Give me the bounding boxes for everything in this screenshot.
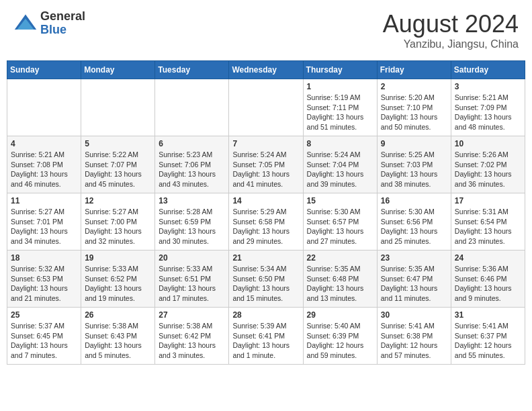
day-info: Sunrise: 5:39 AM Sunset: 6:41 PM Dayligh… (232, 321, 299, 361)
day-number: 31 (455, 310, 521, 320)
title-section: August 2024 Yanzibu, Jiangsu, China (383, 10, 519, 50)
calendar-cell: 26Sunrise: 5:38 AM Sunset: 6:43 PM Dayli… (81, 308, 155, 365)
day-number: 16 (381, 196, 447, 205)
day-number: 1 (307, 82, 373, 91)
day-info: Sunrise: 5:23 AM Sunset: 7:06 PM Dayligh… (159, 150, 225, 189)
calendar-week-row: 11Sunrise: 5:27 AM Sunset: 7:01 PM Dayli… (7, 193, 525, 250)
day-info: Sunrise: 5:32 AM Sunset: 6:53 PM Dayligh… (11, 264, 77, 304)
logo-general: General (40, 10, 85, 24)
day-info: Sunrise: 5:41 AM Sunset: 6:38 PM Dayligh… (381, 321, 447, 361)
day-info: Sunrise: 5:37 AM Sunset: 6:45 PM Dayligh… (11, 321, 77, 361)
weekday-header-row: SundayMondayTuesdayWednesdayThursdayFrid… (7, 61, 525, 79)
weekday-header-saturday: Saturday (451, 61, 525, 79)
day-number: 27 (159, 310, 225, 320)
day-info: Sunrise: 5:35 AM Sunset: 6:47 PM Dayligh… (381, 264, 447, 304)
calendar-cell: 6Sunrise: 5:23 AM Sunset: 7:06 PM Daylig… (155, 136, 229, 193)
day-info: Sunrise: 5:21 AM Sunset: 7:09 PM Dayligh… (455, 93, 521, 132)
day-info: Sunrise: 5:21 AM Sunset: 7:08 PM Dayligh… (11, 150, 77, 189)
day-info: Sunrise: 5:27 AM Sunset: 7:01 PM Dayligh… (11, 207, 77, 246)
day-info: Sunrise: 5:35 AM Sunset: 6:48 PM Dayligh… (307, 264, 373, 304)
weekday-header-monday: Monday (81, 61, 155, 79)
calendar-cell: 2Sunrise: 5:20 AM Sunset: 7:10 PM Daylig… (377, 79, 451, 136)
calendar-week-row: 25Sunrise: 5:37 AM Sunset: 6:45 PM Dayli… (7, 308, 525, 365)
calendar: SundayMondayTuesdayWednesdayThursdayFrid… (7, 60, 525, 365)
day-info: Sunrise: 5:30 AM Sunset: 6:56 PM Dayligh… (381, 207, 447, 246)
day-number: 7 (232, 139, 299, 148)
day-number: 22 (307, 253, 373, 263)
weekday-header-tuesday: Tuesday (155, 61, 229, 79)
day-info: Sunrise: 5:24 AM Sunset: 7:04 PM Dayligh… (307, 150, 373, 189)
day-number: 13 (159, 196, 225, 205)
calendar-cell: 10Sunrise: 5:26 AM Sunset: 7:02 PM Dayli… (451, 136, 525, 193)
day-info: Sunrise: 5:36 AM Sunset: 6:46 PM Dayligh… (455, 264, 521, 304)
day-info: Sunrise: 5:33 AM Sunset: 6:51 PM Dayligh… (159, 264, 225, 304)
weekday-header-sunday: Sunday (7, 61, 81, 79)
day-number: 26 (85, 310, 151, 320)
day-number: 19 (85, 253, 151, 263)
calendar-cell: 13Sunrise: 5:28 AM Sunset: 6:59 PM Dayli… (155, 193, 229, 250)
calendar-cell: 11Sunrise: 5:27 AM Sunset: 7:01 PM Dayli… (7, 193, 81, 250)
calendar-cell: 21Sunrise: 5:34 AM Sunset: 6:50 PM Dayli… (229, 250, 303, 308)
logo-icon (13, 11, 38, 36)
calendar-cell: 22Sunrise: 5:35 AM Sunset: 6:48 PM Dayli… (303, 250, 377, 308)
calendar-cell: 16Sunrise: 5:30 AM Sunset: 6:56 PM Dayli… (377, 193, 451, 250)
calendar-cell: 25Sunrise: 5:37 AM Sunset: 6:45 PM Dayli… (7, 308, 81, 365)
calendar-cell: 31Sunrise: 5:41 AM Sunset: 6:37 PM Dayli… (451, 308, 525, 365)
day-number: 5 (85, 139, 151, 148)
calendar-cell: 28Sunrise: 5:39 AM Sunset: 6:41 PM Dayli… (229, 308, 303, 365)
calendar-cell: 3Sunrise: 5:21 AM Sunset: 7:09 PM Daylig… (451, 79, 525, 136)
calendar-cell: 9Sunrise: 5:25 AM Sunset: 7:03 PM Daylig… (377, 136, 451, 193)
calendar-cell: 1Sunrise: 5:19 AM Sunset: 7:11 PM Daylig… (303, 79, 377, 136)
day-info: Sunrise: 5:24 AM Sunset: 7:05 PM Dayligh… (232, 150, 299, 189)
logo-blue: Blue (40, 24, 85, 37)
location-title: Yanzibu, Jiangsu, China (383, 38, 519, 50)
calendar-cell (81, 79, 155, 136)
day-info: Sunrise: 5:40 AM Sunset: 6:39 PM Dayligh… (307, 321, 373, 361)
weekday-header-wednesday: Wednesday (229, 61, 303, 79)
day-info: Sunrise: 5:26 AM Sunset: 7:02 PM Dayligh… (455, 150, 521, 189)
day-number: 11 (11, 196, 77, 205)
day-number: 12 (85, 196, 151, 205)
logo-text: General Blue (40, 10, 85, 37)
calendar-cell: 8Sunrise: 5:24 AM Sunset: 7:04 PM Daylig… (303, 136, 377, 193)
day-number: 3 (455, 82, 521, 91)
day-number: 8 (307, 139, 373, 148)
day-number: 28 (232, 310, 299, 320)
weekday-header-friday: Friday (377, 61, 451, 79)
day-number: 6 (159, 139, 225, 148)
day-number: 23 (381, 253, 447, 263)
day-number: 24 (455, 253, 521, 263)
calendar-cell (155, 79, 229, 136)
day-info: Sunrise: 5:22 AM Sunset: 7:07 PM Dayligh… (85, 150, 151, 189)
day-number: 2 (381, 82, 447, 91)
page-header: General Blue August 2024 Yanzibu, Jiangs… (7, 7, 525, 54)
calendar-cell: 17Sunrise: 5:31 AM Sunset: 6:54 PM Dayli… (451, 193, 525, 250)
calendar-cell: 12Sunrise: 5:27 AM Sunset: 7:00 PM Dayli… (81, 193, 155, 250)
calendar-cell: 5Sunrise: 5:22 AM Sunset: 7:07 PM Daylig… (81, 136, 155, 193)
day-number: 10 (455, 139, 521, 148)
logo: General Blue (13, 10, 85, 37)
day-number: 30 (381, 310, 447, 320)
calendar-cell: 23Sunrise: 5:35 AM Sunset: 6:47 PM Dayli… (377, 250, 451, 308)
day-info: Sunrise: 5:27 AM Sunset: 7:00 PM Dayligh… (85, 207, 151, 246)
day-number: 17 (455, 196, 521, 205)
calendar-cell: 24Sunrise: 5:36 AM Sunset: 6:46 PM Dayli… (451, 250, 525, 308)
day-info: Sunrise: 5:38 AM Sunset: 6:42 PM Dayligh… (159, 321, 225, 361)
calendar-cell (229, 79, 303, 136)
calendar-cell: 19Sunrise: 5:33 AM Sunset: 6:52 PM Dayli… (81, 250, 155, 308)
calendar-cell: 15Sunrise: 5:30 AM Sunset: 6:57 PM Dayli… (303, 193, 377, 250)
day-info: Sunrise: 5:33 AM Sunset: 6:52 PM Dayligh… (85, 264, 151, 304)
day-info: Sunrise: 5:41 AM Sunset: 6:37 PM Dayligh… (455, 321, 521, 361)
weekday-header-thursday: Thursday (303, 61, 377, 79)
calendar-week-row: 4Sunrise: 5:21 AM Sunset: 7:08 PM Daylig… (7, 136, 525, 193)
calendar-cell: 27Sunrise: 5:38 AM Sunset: 6:42 PM Dayli… (155, 308, 229, 365)
day-info: Sunrise: 5:20 AM Sunset: 7:10 PM Dayligh… (381, 93, 447, 132)
day-number: 18 (11, 253, 77, 263)
calendar-week-row: 1Sunrise: 5:19 AM Sunset: 7:11 PM Daylig… (7, 79, 525, 136)
calendar-cell (7, 79, 81, 136)
day-info: Sunrise: 5:28 AM Sunset: 6:59 PM Dayligh… (159, 207, 225, 246)
calendar-cell: 14Sunrise: 5:29 AM Sunset: 6:58 PM Dayli… (229, 193, 303, 250)
day-info: Sunrise: 5:29 AM Sunset: 6:58 PM Dayligh… (232, 207, 299, 246)
day-info: Sunrise: 5:25 AM Sunset: 7:03 PM Dayligh… (381, 150, 447, 189)
calendar-cell: 20Sunrise: 5:33 AM Sunset: 6:51 PM Dayli… (155, 250, 229, 308)
